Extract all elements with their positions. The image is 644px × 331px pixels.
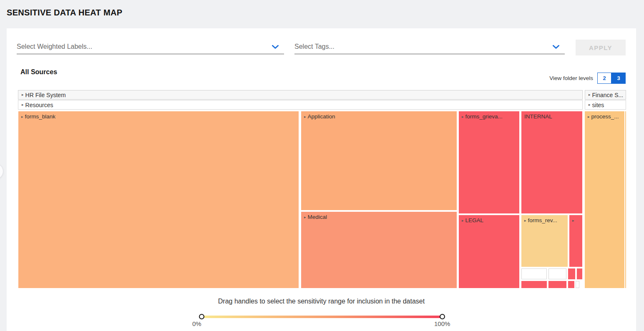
folder-level-3-button[interactable]: 3 [611, 73, 626, 84]
treemap-node-label: Medical [308, 214, 327, 220]
treemap-node-label: forms_blank [25, 113, 56, 120]
chevron-down-icon [272, 45, 279, 49]
treemap-node-resources[interactable]: ▸Resources [18, 100, 583, 110]
treemap-node-cell[interactable] [548, 268, 566, 279]
treemap-node-cell[interactable] [568, 268, 575, 279]
folder-level-2-button[interactable]: 2 [597, 73, 611, 84]
expand-arrow-icon: ▸ [462, 115, 464, 119]
sensitivity-slider-track[interactable] [202, 316, 443, 318]
treemap-node-label: Application [308, 113, 335, 120]
treemap-node-label: HR File System [25, 92, 66, 98]
treemap-node-medical[interactable]: ▸Medical [301, 212, 457, 288]
expand-arrow-icon: ▸ [462, 218, 464, 223]
treemap-node-cell[interactable]: ▸ [625, 111, 626, 288]
weighted-labels-placeholder: Select Weighted Labels... [17, 40, 92, 50]
expand-arrow-icon: ▸ [588, 115, 590, 119]
treemap-node-label: LEGAL [465, 217, 484, 223]
tags-select[interactable]: Select Tags... [294, 40, 565, 54]
treemap-node-cell[interactable] [577, 268, 582, 279]
apply-button[interactable]: APPLY [576, 40, 626, 55]
treemap: ▸HR File System▸Finance S...▸Resources▸s… [18, 90, 626, 289]
expand-arrow-icon: ▸ [589, 93, 591, 97]
treemap-node-label: forms_grieva... [465, 113, 503, 120]
slider-handle-min[interactable] [199, 314, 204, 319]
treemap-node-label: Resources [25, 102, 53, 108]
view-folder-levels-label: View folder levels [549, 75, 593, 81]
content-card: Select Weighted Labels... Select Tags...… [7, 28, 636, 331]
floating-widget-button[interactable] [0, 163, 3, 179]
expand-arrow-icon: ▸ [589, 103, 591, 107]
treemap-node-cell[interactable] [568, 281, 574, 288]
weighted-labels-select[interactable]: Select Weighted Labels... [17, 40, 284, 54]
treemap-node-forms-blank[interactable]: ▸forms_blank [18, 111, 299, 288]
treemap-node-internal[interactable]: INTERNAL [521, 111, 582, 213]
treemap-node-legal[interactable]: ▸LEGAL [459, 215, 519, 288]
expand-arrow-icon: ▸ [304, 115, 306, 119]
treemap-node-label: forms_rev... [528, 217, 557, 223]
slider-min-label: 0% [192, 320, 201, 327]
treemap-node-label: process_... [591, 113, 619, 120]
expand-arrow-icon: ▸ [572, 218, 574, 223]
tags-placeholder: Select Tags... [294, 40, 335, 50]
expand-arrow-icon: ▸ [304, 215, 306, 219]
treemap-node-forms-rev[interactable]: ▸forms_rev... [521, 215, 568, 267]
all-sources-title: All Sources [20, 68, 57, 76]
treemap-node-process[interactable]: ▸process_... [585, 111, 624, 288]
treemap-node-cell[interactable] [521, 268, 547, 279]
view-folder-levels-control: View folder levels 2 3 [549, 73, 626, 84]
expand-arrow-icon: ▸ [22, 93, 24, 97]
chevron-down-icon [553, 45, 559, 49]
slider-handle-max[interactable] [440, 314, 445, 319]
expand-arrow-icon: ▸ [22, 103, 24, 107]
treemap-node-finance-s[interactable]: ▸Finance S... [585, 90, 626, 100]
treemap-node-forms-grieva[interactable]: ▸forms_grieva... [459, 111, 519, 213]
expand-arrow-icon: ▸ [21, 115, 23, 119]
treemap-node-sites[interactable]: ▸sites [585, 100, 626, 110]
treemap-node-label: sites [592, 102, 604, 108]
treemap-node-label: INTERNAL [524, 113, 552, 120]
treemap-node-cell[interactable]: ▸ [569, 215, 582, 267]
page-title: SENSITIVE DATA HEAT MAP [7, 8, 122, 18]
treemap-node-label: Finance S... [592, 92, 624, 98]
treemap-node-cell[interactable] [576, 281, 579, 288]
expand-arrow-icon: ▸ [524, 218, 526, 223]
treemap-node-application[interactable]: ▸Application [301, 111, 457, 210]
treemap-node-hr-file-system[interactable]: ▸HR File System [18, 90, 583, 100]
treemap-node-cell[interactable] [521, 281, 547, 288]
slider-caption: Drag handles to select the sensitivity r… [7, 298, 636, 305]
slider-max-label: 100% [434, 320, 450, 327]
treemap-node-cell[interactable] [548, 281, 566, 288]
